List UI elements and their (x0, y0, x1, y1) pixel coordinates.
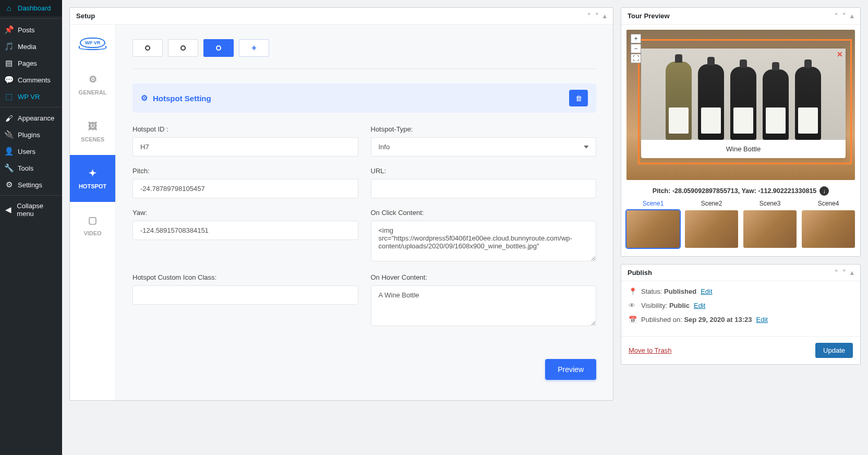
brush-icon: 🖌 (4, 114, 14, 123)
hotspot-tab-1[interactable] (132, 39, 163, 57)
sidebar-label: Collapse menu (17, 202, 58, 218)
hotspot-tab-add[interactable]: + (239, 39, 269, 57)
onclick-textarea[interactable] (371, 221, 597, 261)
hotspot-type-label: Hotspot-Type: (371, 125, 597, 133)
panel-down-icon[interactable]: ˅ (842, 269, 846, 277)
sidebar-label: Pages (18, 59, 37, 67)
scene-label: Scene4 (802, 200, 855, 207)
published-value: Sep 29, 2020 at 13:23 (684, 316, 752, 324)
pin-icon: 📌 (4, 25, 14, 34)
panel-up-icon[interactable]: ˄ (835, 269, 838, 277)
icon-class-input[interactable] (132, 285, 358, 305)
hotspot-form: Hotspot ID : Hotspot-Type: Info (132, 125, 596, 328)
gear-icon: ⚙ (89, 74, 97, 85)
tab-general[interactable]: ⚙ GENERAL (70, 61, 115, 108)
tab-video[interactable]: ▢ VIDEO (70, 202, 115, 249)
sidebar-item-appearance[interactable]: 🖌Appearance (0, 110, 62, 126)
panel-down-icon[interactable]: ˅ (595, 12, 599, 20)
trash-icon: 🗑 (575, 94, 582, 102)
tab-scenes[interactable]: 🖼 SCENES (70, 108, 115, 155)
setup-tabs: WP VR ⚙ GENERAL 🖼 SCENES ✦ (70, 25, 116, 400)
user-icon: 👤 (4, 147, 14, 156)
sidebar-item-posts[interactable]: 📌Posts (0, 21, 62, 38)
hotspot-setting-title: Hotspot Setting (153, 94, 211, 103)
tab-hotspot[interactable]: ✦ HOTSPOT (70, 155, 115, 202)
hotspot-tab-3[interactable] (203, 39, 234, 57)
delete-hotspot-button[interactable]: 🗑 (569, 90, 588, 106)
hotspot-type-select[interactable]: Info (371, 137, 597, 157)
popup-close-button[interactable]: ✕ (837, 50, 843, 58)
tour-preview-panel: Tour Preview ˄ ˅ ▴ + − ⛶ (621, 7, 861, 257)
sidebar-item-plugins[interactable]: 🔌Plugins (0, 126, 62, 143)
scene-thumb-3[interactable]: Scene3 (743, 200, 797, 248)
publish-title: Publish (628, 269, 652, 277)
panel-down-icon[interactable]: ˅ (842, 12, 846, 20)
sidebar-label: Plugins (18, 131, 40, 139)
sidebar-item-comments[interactable]: 💬Comments (0, 71, 62, 88)
zoom-in-button[interactable]: + (631, 34, 641, 43)
popup-image (641, 49, 846, 140)
download-icon[interactable]: ↓ (819, 186, 829, 196)
sidebar-item-tools[interactable]: 🔧Tools (0, 160, 62, 176)
field-hotspot-id: Hotspot ID : (132, 125, 358, 157)
tab-label: SCENES (81, 136, 104, 142)
scene-label: Scene3 (743, 200, 797, 207)
edit-visibility-link[interactable]: Edit (694, 302, 705, 309)
field-onhover: On Hover Content: (371, 273, 597, 328)
wine-bottle-icon (698, 64, 724, 140)
sidebar-item-pages[interactable]: ▤Pages (0, 55, 62, 71)
image-icon: 🖼 (88, 121, 98, 132)
onhover-textarea[interactable] (371, 285, 597, 326)
pitch-input[interactable] (132, 179, 358, 198)
sidebar-item-collapse[interactable]: ◀Collapse menu (0, 198, 62, 221)
setup-content: + ⚙ Hotspot Setting 🗑 (116, 25, 613, 400)
edit-date-link[interactable]: Edit (756, 316, 768, 324)
update-button[interactable]: Update (815, 343, 853, 358)
plus-icon: + (251, 43, 256, 53)
panel-up-icon[interactable]: ˄ (835, 12, 838, 20)
panel-up-icon[interactable]: ˄ (587, 12, 591, 20)
hotspot-popup: ✕ Wine Bottle (641, 49, 846, 158)
field-url: URL: (371, 167, 597, 198)
sidebar-item-media[interactable]: 🎵Media (0, 38, 62, 55)
scene-thumb-4[interactable]: Scene4 (802, 200, 855, 248)
yaw-input[interactable] (132, 221, 358, 240)
calendar-icon: 📅 (629, 316, 637, 324)
move-to-trash-link[interactable]: Move to Trash (629, 346, 671, 354)
hotspot-tabs: + (132, 39, 596, 57)
preview-button[interactable]: Preview (545, 359, 596, 380)
scene-thumb-2[interactable]: Scene2 (685, 200, 738, 248)
sidebar-item-wpvr[interactable]: ⬚WP VR (0, 88, 62, 105)
hotspot-tab-2[interactable] (168, 39, 198, 57)
yaw-label: Yaw: (132, 209, 358, 217)
scene-thumbnail-image (626, 210, 680, 248)
sidebar-label: Settings (18, 181, 42, 189)
edit-status-link[interactable]: Edit (701, 288, 712, 295)
tour-preview-header: Tour Preview ˄ ˅ ▴ (621, 8, 860, 25)
media-icon: 🎵 (4, 42, 14, 51)
sidebar-item-dashboard[interactable]: ⌂Dashboard (0, 0, 62, 16)
hotspot-id-input[interactable] (132, 137, 358, 157)
panel-toggle-icon[interactable]: ▴ (603, 12, 607, 20)
field-hotspot-type: Hotspot-Type: Info (371, 125, 597, 157)
panel-toggle-icon[interactable]: ▴ (850, 269, 854, 277)
wine-bottle-icon (795, 67, 821, 140)
fullscreen-button[interactable]: ⛶ (631, 54, 641, 63)
url-input[interactable] (371, 179, 597, 198)
panel-toggle-icon[interactable]: ▴ (850, 12, 854, 20)
scene-label: Scene2 (685, 200, 738, 207)
zoom-out-button[interactable]: − (631, 44, 641, 53)
scene-thumbnail-image (802, 210, 855, 248)
panorama-viewer[interactable]: + − ⛶ ✕ (626, 30, 855, 180)
publish-header: Publish ˄ ˅ ▴ (621, 265, 860, 281)
onhover-label: On Hover Content: (371, 273, 597, 281)
plug-icon: 🔌 (4, 130, 14, 139)
status-value: Published (664, 288, 696, 295)
sidebar-item-users[interactable]: 👤Users (0, 143, 62, 160)
scene-thumb-1[interactable]: Scene1 (626, 200, 680, 248)
sidebar-label: Dashboard (18, 4, 51, 12)
wpvr-logo-tab: WP VR (70, 25, 115, 61)
sidebar-label: Users (18, 148, 35, 155)
sidebar-item-settings[interactable]: ⚙Settings (0, 176, 62, 193)
sidebar-label: WP VR (18, 93, 40, 101)
